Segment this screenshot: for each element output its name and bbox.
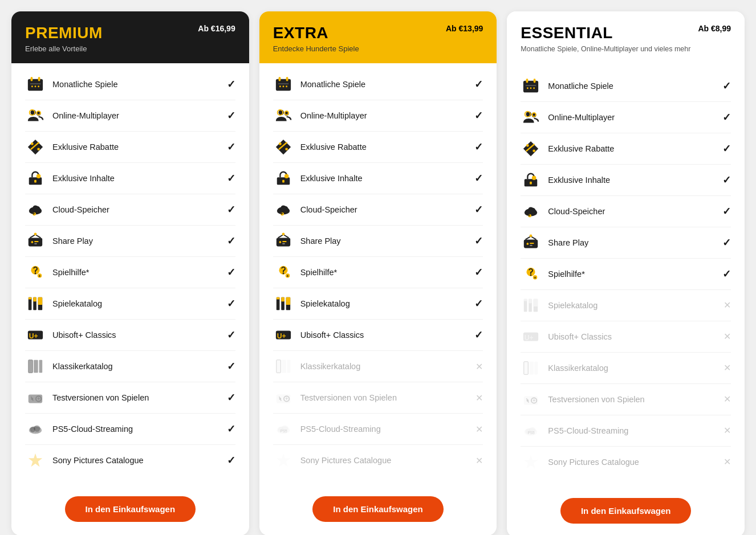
feature-icon-monthly xyxy=(521,76,541,96)
feature-name-test: Testversionen von Spielen xyxy=(300,393,469,402)
feature-row-monthly: Monatliche Spiele✓ xyxy=(521,71,731,102)
feature-name-classic: Klassikerkatalog xyxy=(52,362,220,371)
svg-rect-88 xyxy=(276,297,279,300)
svg-text:+: + xyxy=(280,211,283,217)
svg-point-5 xyxy=(35,85,36,87)
plan-subtitle-extra: Entdecke Hunderte Spiele xyxy=(273,44,483,53)
feature-name-discount: Exklusive Rabatte xyxy=(300,142,468,152)
svg-point-135 xyxy=(530,274,532,276)
feature-icon-ubisoft: U+ xyxy=(273,325,294,345)
svg-rect-132 xyxy=(530,244,533,246)
svg-marker-105 xyxy=(276,454,290,467)
feature-name-share: Share Play xyxy=(548,238,716,247)
feature-status-discount: ✓ xyxy=(474,141,483,153)
svg-text:PS5: PS5 xyxy=(280,429,287,433)
add-to-cart-button-extra[interactable]: In den Einkaufswagen xyxy=(312,496,444,522)
feature-name-test: Testversionen von Spielen xyxy=(548,395,717,404)
svg-rect-109 xyxy=(526,85,536,86)
feature-status-ubisoft: ✕ xyxy=(724,331,731,342)
svg-point-13 xyxy=(37,148,40,150)
feature-row-share: Share Play✓ xyxy=(521,227,731,259)
card-header-premium: PREMIUMAb €16,99Erlebe alle Vorteile xyxy=(11,11,249,63)
svg-rect-107 xyxy=(526,78,529,83)
svg-rect-106 xyxy=(523,80,538,92)
svg-rect-53 xyxy=(276,79,291,91)
feature-row-classic: Klassikerkatalog✓ xyxy=(25,351,235,382)
feature-name-share: Share Play xyxy=(52,236,220,246)
svg-text:+: + xyxy=(533,397,536,403)
feature-icon-discount xyxy=(273,137,294,157)
feature-name-ps5cloud: PS5-Cloud-Streaming xyxy=(300,424,469,434)
feature-icon-discount xyxy=(25,137,46,157)
feature-icon-monthly xyxy=(25,74,46,95)
svg-rect-94 xyxy=(282,360,286,373)
feature-icon-cloud: + xyxy=(25,199,46,220)
feature-row-help: + Spielhilfe*✓ xyxy=(521,259,731,290)
svg-rect-78 xyxy=(282,241,287,242)
svg-text:PS5: PS5 xyxy=(528,430,535,434)
svg-rect-25 xyxy=(34,241,39,242)
add-to-cart-button-essential[interactable]: In den Einkaufswagen xyxy=(560,498,692,524)
svg-point-59 xyxy=(286,85,287,87)
feature-row-ps5cloud: PS5 PS5-Cloud-Streaming✕ xyxy=(521,415,731,447)
feature-icon-classic xyxy=(25,356,46,377)
feature-icon-ps5cloud: PS5 xyxy=(25,419,46,439)
svg-rect-131 xyxy=(530,243,534,244)
feature-row-classic: Klassikerkatalog✕ xyxy=(521,353,731,384)
feature-name-exclusive: Exklusive Inhalte xyxy=(300,174,468,183)
feature-name-sony: Sony Pictures Catalogue xyxy=(52,456,220,465)
svg-point-77 xyxy=(279,241,281,243)
feature-row-catalog: Spielekatalog✓ xyxy=(273,288,483,320)
add-to-cart-button-premium[interactable]: In den Einkaufswagen xyxy=(65,496,196,522)
feature-name-help: Spielhilfe* xyxy=(548,269,716,279)
feature-name-monthly: Monatliche Spiele xyxy=(548,81,716,91)
feature-icon-help: + xyxy=(521,264,541,284)
feature-row-cloud: + Cloud-Speicher✓ xyxy=(25,194,235,226)
feature-status-sony: ✕ xyxy=(475,455,483,466)
card-premium: PREMIUMAb €16,99Erlebe alle Vorteile Mon… xyxy=(11,11,249,535)
svg-marker-158 xyxy=(524,455,538,468)
feature-name-catalog: Spielekatalog xyxy=(52,299,220,308)
feature-name-test: Testversionen von Spielen xyxy=(52,393,220,402)
feature-row-discount: Exklusive Rabatte✓ xyxy=(521,133,731,165)
feature-status-test: ✕ xyxy=(475,393,483,403)
svg-text:U+: U+ xyxy=(277,332,286,340)
svg-point-24 xyxy=(31,241,34,243)
svg-text:U+: U+ xyxy=(525,333,534,341)
svg-rect-122 xyxy=(530,181,532,184)
svg-rect-16 xyxy=(34,180,36,183)
feature-icon-help: + xyxy=(25,262,46,283)
feature-name-catalog: Spielekatalog xyxy=(300,299,468,308)
feature-row-sony: Sony Pictures Catalogue✕ xyxy=(273,445,483,476)
feature-row-multiplayer: Online-Multiplayer✓ xyxy=(25,100,235,132)
feature-name-monthly: Monatliche Spiele xyxy=(300,80,468,89)
feature-status-classic: ✕ xyxy=(724,362,731,373)
svg-point-58 xyxy=(282,85,284,87)
feature-name-ubisoft: Ubisoft+ Classics xyxy=(300,330,468,340)
svg-rect-37 xyxy=(38,297,43,305)
feature-row-discount: Exklusive Rabatte✓ xyxy=(25,132,235,163)
feature-name-multiplayer: Online-Multiplayer xyxy=(548,113,716,122)
feature-row-discount: Exklusive Rabatte✓ xyxy=(273,132,483,163)
svg-point-126 xyxy=(529,207,534,212)
feature-status-help: ✓ xyxy=(722,268,731,280)
feature-icon-catalog xyxy=(521,295,541,316)
plan-subtitle-essential: Monatliche Spiele, Online-Multiplayer un… xyxy=(521,44,731,55)
feature-status-classic: ✓ xyxy=(227,360,235,373)
feature-status-ps5cloud: ✓ xyxy=(227,423,235,435)
feature-icon-ubisoft: U+ xyxy=(25,325,46,345)
feature-status-monthly: ✓ xyxy=(227,78,235,91)
feature-icon-share xyxy=(25,231,46,251)
svg-rect-146 xyxy=(524,361,529,374)
svg-point-15 xyxy=(36,174,41,179)
svg-rect-2 xyxy=(38,77,40,81)
feature-status-discount: ✓ xyxy=(722,142,731,155)
feature-name-help: Spielhilfe* xyxy=(300,268,468,277)
feature-icon-discount xyxy=(521,138,541,159)
feature-name-multiplayer: Online-Multiplayer xyxy=(300,111,468,120)
feature-name-classic: Klassikerkatalog xyxy=(548,364,717,373)
feature-status-monthly: ✓ xyxy=(474,78,483,91)
card-header-extra: EXTRAAb €13,99Entdecke Hunderte Spiele xyxy=(259,11,497,63)
feature-row-exclusive: Exklusive Inhalte✓ xyxy=(273,163,483,194)
feature-icon-exclusive xyxy=(25,168,46,189)
